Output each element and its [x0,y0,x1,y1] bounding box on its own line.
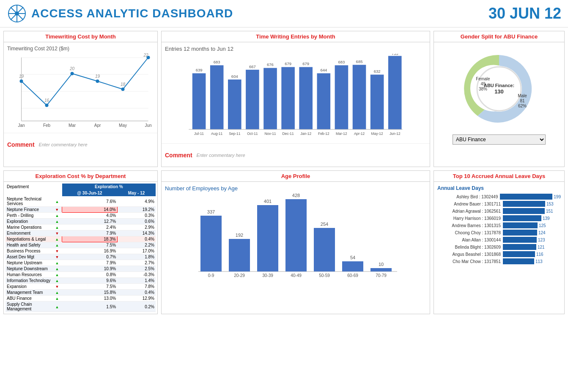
pct-cell: 9.6% [62,278,117,284]
svg-rect-33 [210,65,224,129]
bar-fill [500,194,552,200]
timewriting-comment-box: Comment Enter commentary here [4,133,157,156]
svg-text:38%: 38% [479,87,487,91]
top10-area: Annual Leave Days Ashley Bird : 1302449 … [434,182,564,269]
line-chart-svg: 19 16 20 19 18 22 Jan Feb Mar Apr May Ju… [7,53,154,129]
table-row: Asset Dev Mgt ▼ 0.7% 1.8% [5,254,156,260]
arrow-cell: ▲ [52,225,62,230]
svg-text:20-29: 20-29 [234,273,245,278]
table-row: ABU Finance ▲ 13.0% 12.9% [5,296,156,302]
dept-cell: Environment [5,230,52,236]
bar-fill [503,201,545,207]
svg-text:30-39: 30-39 [262,273,273,278]
svg-text:Mar: Mar [69,123,76,128]
pct-cell: 7.5% [62,242,117,248]
dept-cell: Marine Operations [5,225,52,230]
svg-text:192: 192 [236,233,243,238]
bar-fill [503,222,538,228]
list-item: Adrian Agrawal : 1062561 151 [437,208,561,214]
bar-value: 121 [538,245,545,249]
svg-text:679: 679 [285,61,291,66]
comment2-text: Enter commentary here [197,153,245,158]
svg-text:Jul-11: Jul-11 [194,132,204,136]
svg-text:20: 20 [69,66,75,71]
dept-cell: Neptune Technical Services [5,196,52,207]
svg-rect-45 [317,73,331,129]
pct-cell: 12.7% [62,219,117,225]
arrow-cell: ▼ [52,254,62,260]
arrow-cell: ▼ [52,248,62,254]
svg-text:62%: 62% [518,104,527,108]
timewriting-chart-area: Timewriting Cost 2012 ($m) [4,42,157,133]
svg-text:Jan: Jan [18,123,25,128]
svg-text:683: 683 [338,60,345,64]
gender-dropdown-area[interactable]: ABU Finance [453,134,546,145]
exploration-panel: Exploration Cost % by Department Departm… [3,170,158,314]
may-cell: 0.3% [117,213,156,219]
time-entries-panel: Time Writing Entries by Month Entries 12… [161,31,430,167]
col-dept-header: Department [5,184,62,190]
pct-cell: 7.6% [62,196,117,207]
table-row: Management Team ▲ 15.8% 0.4% [5,290,156,296]
bar-fill [503,230,537,236]
bar-fill [503,251,535,257]
svg-text:Mar-12: Mar-12 [336,132,347,136]
svg-rect-81 [229,239,250,271]
bar-label: Cho Mar Chow : 1317851 [437,259,503,264]
time-entries-svg: 639 683 604 667 676 679 [165,54,426,138]
pct-cell: 1.5% [62,302,117,312]
may-cell: 0.4% [117,236,156,242]
table-row: Perth - Drilling ▲ 4.0% 0.3% [5,213,156,219]
svg-text:644: 644 [320,68,327,72]
bar-value: 124 [538,230,546,235]
svg-text:130: 130 [494,88,504,95]
arrow-cell: ▲ [52,236,62,242]
table-row: Business Process ▼ 16.9% 17.0% [5,248,156,254]
pct-cell: 16.9% [62,248,117,254]
gender-panel: Gender Split for ABU Finance [434,31,565,167]
col-dept-sub [5,190,52,196]
pct-cell: 2.4% [62,225,117,230]
pct-cell: 7.9% [62,230,117,236]
svg-text:54: 54 [350,255,355,260]
svg-text:Oct-11: Oct-11 [247,132,258,136]
arrow-cell: ▲ [52,278,62,284]
may-cell: 0.4% [117,290,156,296]
dept-cell: ABU Finance [5,296,52,302]
may-cell: 2.9% [117,225,156,230]
top10-bars: Ashley Bird : 1302449 199 Andrew Bauer :… [437,194,561,264]
arrow-cell: ▲ [52,302,62,312]
col-mvt-header: mvt [52,190,62,196]
svg-point-17 [121,88,125,91]
may-cell: 2.2% [117,242,156,248]
svg-rect-91 [370,268,392,271]
may-cell: 0.2% [117,302,156,312]
pct-cell: 0.8% [62,272,117,278]
may-cell: 0.6% [117,219,156,225]
table-row: Supply Chain Management ▲ 1.5% 0.2% [5,302,156,312]
svg-rect-37 [246,70,259,129]
table-row: Neptune Technical Services ▲ 7.6% 4.9% [5,196,156,207]
dept-cell: Human Resources [5,272,52,278]
svg-text:Jan-12: Jan-12 [300,132,311,136]
bar-value: 113 [535,259,543,264]
svg-point-5 [15,11,19,16]
svg-text:19: 19 [19,74,24,79]
bar-value: 199 [554,195,561,199]
svg-rect-39 [263,68,277,129]
col-exp-header: Exploration % [62,184,156,190]
may-cell: 2.7% [117,260,156,266]
header: ACCESS ANALYTIC DASHBOARD 30 JUN 12 [0,0,568,27]
svg-text:May-12: May-12 [371,132,383,136]
header-date: 30 JUN 12 [488,5,561,22]
svg-point-16 [96,79,99,83]
list-item: Andrew Bauer : 1301711 153 [437,201,561,207]
may-cell: 2.5% [117,266,156,272]
svg-point-15 [71,72,74,75]
col-may-header: May - 12 [117,190,156,196]
svg-text:49: 49 [480,82,486,86]
gender-dropdown[interactable]: ABU Finance [453,134,546,145]
pct-cell: 14.0% [62,207,117,213]
svg-text:685: 685 [356,59,363,64]
svg-rect-35 [228,79,241,129]
